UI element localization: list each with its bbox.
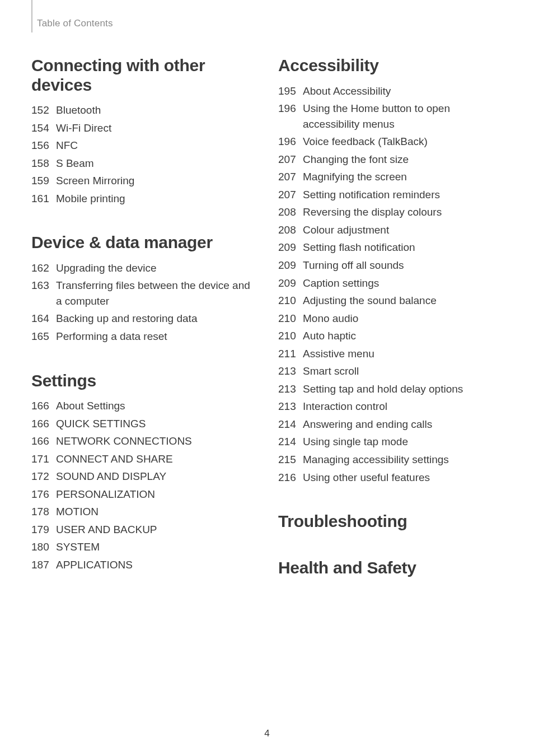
toc-entry[interactable]: 154Wi-Fi Direct: [31, 120, 256, 136]
toc-entry[interactable]: 209Setting flash notification: [278, 240, 503, 255]
toc-entry-page: 178: [31, 504, 56, 520]
toc-entry-page: 166: [31, 398, 56, 414]
toc-entry[interactable]: 214Answering and ending calls: [278, 417, 503, 432]
toc-entry-page: 179: [31, 522, 56, 538]
toc-entry-page: 207: [278, 187, 303, 203]
toc-entry[interactable]: 166About Settings: [31, 398, 256, 414]
toc-entry-page: 152: [31, 102, 56, 118]
toc-entry[interactable]: 180SYSTEM: [31, 539, 256, 555]
toc-entry-title: Voice feedback (TalkBack): [303, 134, 503, 150]
toc-entry-title: Changing the font size: [303, 152, 503, 167]
toc-entry-title: Using the Home button to open accessibil…: [303, 101, 503, 132]
toc-section: Health and Safety: [278, 558, 503, 578]
toc-entry-page: 209: [278, 258, 303, 273]
toc-entry-page: 214: [278, 434, 303, 450]
toc-entry[interactable]: 211Assistive menu: [278, 346, 503, 362]
section-heading[interactable]: Troubleshooting: [278, 512, 503, 531]
section-heading[interactable]: Settings: [31, 371, 256, 391]
toc-entry[interactable]: 156NFC: [31, 138, 256, 153]
toc-entry[interactable]: 164Backing up and restoring data: [31, 311, 256, 326]
toc-entry[interactable]: 207Changing the font size: [278, 152, 503, 167]
toc-entry-page: 195: [278, 83, 303, 99]
header-rule: [31, 0, 32, 32]
toc-entry[interactable]: 210Mono audio: [278, 311, 503, 326]
toc-entry[interactable]: 166NETWORK CONNECTIONS: [31, 433, 256, 449]
toc-entry-title: QUICK SETTINGS: [56, 416, 256, 432]
toc-entry[interactable]: 213Interaction control: [278, 399, 503, 414]
toc-columns: Connecting with other devices152Bluetoot…: [31, 56, 503, 585]
toc-entry[interactable]: 158S Beam: [31, 156, 256, 171]
section-heading[interactable]: Device & data manager: [31, 233, 256, 253]
section-heading[interactable]: Connecting with other devices: [31, 56, 256, 95]
toc-entry-title: Backing up and restoring data: [56, 311, 256, 326]
toc-entry-page: 171: [31, 451, 56, 467]
toc-entry-title: S Beam: [56, 156, 256, 171]
toc-entry-page: 180: [31, 539, 56, 555]
toc-entry-title: APPLICATIONS: [56, 557, 256, 573]
toc-entry[interactable]: 209Caption settings: [278, 276, 503, 291]
toc-section: Troubleshooting: [278, 512, 503, 531]
toc-entry[interactable]: 210Adjusting the sound balance: [278, 293, 503, 309]
toc-entry-title: Adjusting the sound balance: [303, 293, 503, 309]
toc-entry[interactable]: 162Upgrading the device: [31, 260, 256, 276]
toc-entry[interactable]: 208Colour adjustment: [278, 222, 503, 238]
toc-entry[interactable]: 216Using other useful features: [278, 470, 503, 486]
toc-entry-title: PERSONALIZATION: [56, 487, 256, 502]
toc-entry-page: 163: [31, 278, 56, 293]
toc-entry-title: NETWORK CONNECTIONS: [56, 433, 256, 449]
toc-entry[interactable]: 152Bluetooth: [31, 102, 256, 118]
toc-entry-title: MOTION: [56, 504, 256, 520]
toc-entry[interactable]: 159Screen Mirroring: [31, 173, 256, 189]
toc-entry[interactable]: 207Magnifying the screen: [278, 169, 503, 185]
toc-entry-title: Using other useful features: [303, 470, 503, 486]
toc-entry-title: NFC: [56, 138, 256, 153]
section-heading[interactable]: Accessibility: [278, 56, 503, 76]
toc-entry[interactable]: 171CONNECT AND SHARE: [31, 451, 256, 467]
toc-entry[interactable]: 176PERSONALIZATION: [31, 487, 256, 502]
toc-entry-page: 208: [278, 222, 303, 238]
toc-entry-page: 216: [278, 470, 303, 486]
toc-entry[interactable]: 209Turning off all sounds: [278, 258, 503, 273]
toc-entry-title: Smart scroll: [303, 363, 503, 379]
toc-entry-title: Setting notification reminders: [303, 187, 503, 203]
toc-entry-page: 211: [278, 346, 303, 362]
toc-entry-page: 213: [278, 363, 303, 379]
toc-section: Connecting with other devices152Bluetoot…: [31, 56, 256, 206]
toc-entry[interactable]: 213Setting tap and hold delay options: [278, 381, 503, 397]
toc-list: 162Upgrading the device163Transferring f…: [31, 260, 256, 344]
toc-entry-title: Mobile printing: [56, 191, 256, 207]
toc-entry[interactable]: 161Mobile printing: [31, 191, 256, 207]
toc-section: Device & data manager162Upgrading the de…: [31, 233, 256, 344]
toc-entry[interactable]: 196Using the Home button to open accessi…: [278, 101, 503, 132]
toc-entry[interactable]: 165Performing a data reset: [31, 329, 256, 344]
toc-entry[interactable]: 195About Accessibility: [278, 83, 503, 99]
toc-entry[interactable]: 208Reversing the display colours: [278, 204, 503, 220]
toc-entry[interactable]: 196Voice feedback (TalkBack): [278, 134, 503, 150]
toc-entry-title: Assistive menu: [303, 346, 503, 362]
toc-section: Accessibility195About Accessibility196Us…: [278, 56, 503, 485]
toc-entry-title: SYSTEM: [56, 539, 256, 555]
toc-entry[interactable]: 215Managing accessibility settings: [278, 452, 503, 468]
toc-entry[interactable]: 179USER AND BACKUP: [31, 522, 256, 538]
toc-entry[interactable]: 178MOTION: [31, 504, 256, 520]
toc-entry[interactable]: 187APPLICATIONS: [31, 557, 256, 573]
toc-entry-title: Auto haptic: [303, 328, 503, 344]
section-heading[interactable]: Health and Safety: [278, 558, 503, 578]
page-number: 4: [0, 728, 534, 739]
toc-entry[interactable]: 163Transferring files between the device…: [31, 278, 256, 309]
toc-entry-page: 172: [31, 469, 56, 484]
toc-entry-page: 162: [31, 260, 56, 276]
toc-entry-title: About Accessibility: [303, 83, 503, 99]
toc-entry[interactable]: 207Setting notification reminders: [278, 187, 503, 203]
toc-list: 166About Settings166QUICK SETTINGS166NET…: [31, 398, 256, 572]
toc-entry[interactable]: 210Auto haptic: [278, 328, 503, 344]
page-root: Table of Contents Connecting with other …: [0, 0, 534, 585]
toc-entry-title: Transferring files between the device an…: [56, 278, 256, 309]
toc-entry-title: Mono audio: [303, 311, 503, 326]
toc-entry[interactable]: 172SOUND AND DISPLAY: [31, 469, 256, 484]
toc-entry-page: 210: [278, 293, 303, 309]
toc-entry[interactable]: 214Using single tap mode: [278, 434, 503, 450]
toc-entry[interactable]: 213Smart scroll: [278, 363, 503, 379]
toc-entry-title: Colour adjustment: [303, 222, 503, 238]
toc-entry[interactable]: 166QUICK SETTINGS: [31, 416, 256, 432]
